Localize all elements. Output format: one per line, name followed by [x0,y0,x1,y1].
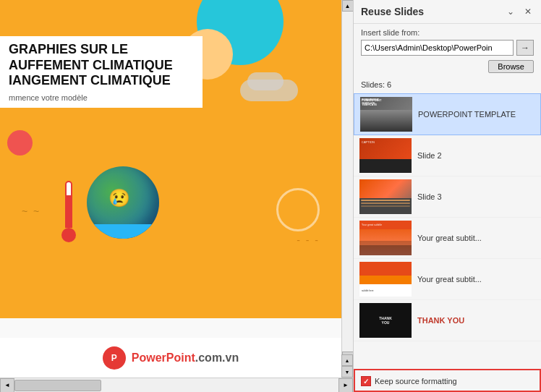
scroll-right-btn[interactable]: ► [338,378,353,393]
panel-footer: Keep source formatting [354,369,541,392]
side-nav-arrows[interactable]: ▲ ▼ [341,354,353,378]
slide-item-6[interactable]: THANKYOU THANK YOU [354,300,541,341]
slide-thumb-5: subtitle here [359,262,412,297]
panel-close-btn[interactable]: ✕ [522,6,534,17]
slide-thumb-6-text: THANKYOU [379,316,392,325]
deco-circle-red [7,130,33,155]
cloud-2 [247,72,284,90]
side-arrow-down[interactable]: ▼ [341,366,353,378]
slide-item-2[interactable]: CAPTION Slide 2 [354,135,541,176]
earth-illustration: 😢 [58,159,174,275]
reuse-slides-panel: Reuse Slides ⌄ ✕ Insert slide from: → Br… [353,0,541,392]
deco-circle-outline [276,188,320,231]
browse-row: Browse [354,60,541,77]
slide-item-3[interactable]: Slide 3 [354,176,541,218]
panel-collapse-btn[interactable]: ⌄ [505,6,516,17]
slide-thumb-3 [359,179,412,214]
keep-source-formatting-checkbox[interactable]: Keep source formatting [361,376,457,386]
slide-preview: - - - ~ ~ GRAPHIES SUR LE AUFFEMENT CLIM… [0,0,341,378]
scroll-track[interactable] [342,12,354,351]
earth-icon: 😢 [87,166,159,239]
slide-area: - - - ~ ~ GRAPHIES SUR LE AUFFEMENT CLIM… [0,0,353,392]
slide-item-4[interactable]: Your great subtitle Your great subtit... [354,218,541,259]
slide-subtext: mmence votre modèle [9,93,194,102]
go-button[interactable]: → [516,40,534,56]
slide-thumb-6: THANKYOU [359,303,412,338]
slide-label-4: Your great subtit... [417,234,535,242]
logo-text: PowerPoint.com.vn [132,351,239,365]
slide-thumb-4: Your great subtitle [359,221,412,255]
slide-bottom-bar: P PowerPoint.com.vn [0,338,341,378]
slide-heading: GRAPHIES SUR LE AUFFEMENT CLIMATIQUE IAN… [9,42,194,89]
thermometer-icon [61,181,76,246]
slide-label-6: THANK YOU [417,316,535,325]
slide-thumb-2: CAPTION [359,138,412,173]
checkbox-icon[interactable] [361,376,371,386]
slide-label-3: Slide 3 [417,192,535,201]
scroll-up-btn[interactable]: ▲ [342,0,354,12]
slide-thumb-1: POWERPOINTTEMPLATE [360,97,412,132]
scroll-h-track[interactable] [14,378,338,392]
side-arrow-up[interactable]: ▲ [341,354,353,366]
browse-button[interactable]: Browse [488,60,534,73]
slide-label-5: Your great subtit... [417,275,535,284]
file-path-input[interactable] [361,40,514,56]
scroll-h-thumb[interactable] [14,380,101,391]
deco-dashes-2: ~ ~ [22,205,41,217]
scroll-left-btn[interactable]: ◄ [0,378,14,393]
deco-dashes-1: - - - [297,234,320,246]
insert-from-label: Insert slide from: [354,24,541,40]
slide-label-2: Slide 2 [417,151,535,160]
panel-header: Reuse Slides ⌄ ✕ [354,0,541,24]
slide-content: - - - ~ ~ GRAPHIES SUR LE AUFFEMENT CLIM… [0,0,341,318]
vertical-scrollbar[interactable]: ▲ ▼ [341,0,353,363]
slides-count: Slides: 6 [354,77,541,92]
file-path-row: → [354,40,541,60]
panel-title: Reuse Slides [361,6,424,17]
horizontal-scrollbar[interactable]: ◄ ► [0,378,353,392]
panel-header-actions: ⌄ ✕ [505,6,534,17]
slide-item-5[interactable]: subtitle here Your great subtit... [354,259,541,300]
slide-label-1: POWERPOINT TEMPLATE [418,110,534,119]
pp-logo-icon: P [103,346,126,370]
checkbox-label: Keep source formatting [375,377,457,385]
slide-text-box: GRAPHIES SUR LE AUFFEMENT CLIMATIQUE IAN… [0,36,203,108]
slide-list: POWERPOINTTEMPLATE POWERPOINT TEMPLATE C… [354,92,541,369]
slide-item-1[interactable]: POWERPOINTTEMPLATE POWERPOINT TEMPLATE [354,93,541,135]
